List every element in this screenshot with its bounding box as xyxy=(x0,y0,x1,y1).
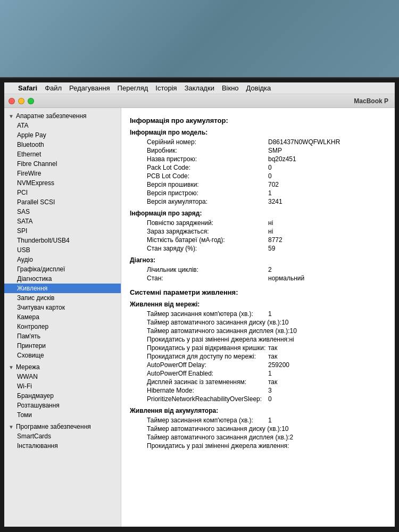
diag-label-cycles: Лічильник циклів: xyxy=(130,266,268,273)
batpwr-row-sleep-disk: Таймер автоматичного засинання диску (хв… xyxy=(130,425,386,433)
title-bar: MacBook P xyxy=(4,94,395,108)
sidebar-item-storage[interactable]: Сховище xyxy=(4,351,121,360)
netpwr-row-autopoweroff-enabled: AutoPowerOff Enabled: 1 xyxy=(130,370,386,377)
screen-inner: Safari Файл Редагування Перегляд Історія… xyxy=(4,82,395,527)
sidebar-item-parallelscsi[interactable]: Parallel SCSI xyxy=(4,197,121,207)
netpwr-label-sleep-disk: Таймер автоматичного засинання диску (хв… xyxy=(130,319,281,326)
sidebar-item-thunderbolt[interactable]: Thunderbolt/USB4 xyxy=(4,236,121,245)
software-section-header[interactable]: ▼ Програмне забезпечення xyxy=(4,422,121,431)
netpwr-row-autopoweroff-delay: AutoPowerOff Delay: 259200 xyxy=(130,361,386,369)
model-section-title: Інформація про модель: xyxy=(130,129,386,136)
sidebar-item-controller[interactable]: Контролер xyxy=(4,322,121,331)
model-value-pcblot: 0 xyxy=(268,172,272,180)
sidebar-item-sata[interactable]: SATA xyxy=(4,217,121,226)
charge-value-capacity: 8772 xyxy=(268,236,282,244)
sidebar-item-sas[interactable]: SAS xyxy=(4,207,121,217)
model-value-mfr: SMP xyxy=(268,147,282,154)
batpwr-label-sleep-pc: Таймер засинання комп'ютера (хв.): xyxy=(130,417,268,424)
model-value-packlot: 0 xyxy=(268,164,272,171)
detail-panel: Інформація про акумулятор: Інформація пр… xyxy=(121,108,395,527)
software-section-label: Програмне забезпечення xyxy=(16,423,91,430)
model-label-name: Назва пристрою: xyxy=(130,155,268,163)
menu-help[interactable]: Довідка xyxy=(246,84,271,92)
sidebar-item-ata[interactable]: ATA xyxy=(4,121,121,130)
model-row-name: Назва пристрою: bq20z451 xyxy=(130,155,386,163)
sidebar-item-location[interactable]: Розташування xyxy=(4,401,121,410)
netpwr-label-priority-net: PrioritizeNetworkReachabilityOverSleep: xyxy=(130,395,268,403)
charge-row-charging: Зараз заряджається: ні xyxy=(130,228,386,235)
sidebar-item-printers[interactable]: Принтери xyxy=(4,341,121,351)
netpwr-row-wake-lid: Прокидатись у разі відкривання кришки: т… xyxy=(130,344,386,352)
sidebar-item-audio[interactable]: Аудіо xyxy=(4,255,121,264)
sidebar-item-diagnostics[interactable]: Діагностика xyxy=(4,274,121,284)
model-row-packlot: Pack Lot Code: 0 xyxy=(130,164,386,171)
netpwr-value-wake-net: так xyxy=(268,353,277,360)
hardware-section-label: Апаратне забезпечення xyxy=(16,112,87,120)
netpwr-label-autopoweroff-enabled: AutoPowerOff Enabled: xyxy=(130,370,268,377)
sidebar-item-pci[interactable]: PCI xyxy=(4,188,121,197)
sidebar-item-camera[interactable]: Камера xyxy=(4,312,121,322)
sidebar-item-bluetooth[interactable]: Bluetooth xyxy=(4,140,121,149)
sidebar-item-memory[interactable]: Пам'ять xyxy=(4,331,121,341)
batpwr-row-wake-power: Прокидатись у разі зміненні джерела живл… xyxy=(130,442,386,450)
sidebar-item-ethernet[interactable]: Ethernet xyxy=(4,149,121,159)
sidebar-item-wwan[interactable]: WWAN xyxy=(4,372,121,381)
menu-view[interactable]: Перегляд xyxy=(118,84,148,92)
netpwr-value-sleep-display: 10 xyxy=(289,327,296,335)
menu-window[interactable]: Вікно xyxy=(222,84,239,92)
charge-section-title: Інформація про заряд: xyxy=(130,210,386,217)
sidebar-item-usb[interactable]: USB xyxy=(4,245,121,255)
sidebar-item-power[interactable]: Живлення xyxy=(4,284,121,293)
model-row-firmware: Версія прошивки: 702 xyxy=(130,181,386,188)
charge-value-level: 59 xyxy=(268,245,275,252)
model-label-mfr: Виробник: xyxy=(130,147,268,154)
model-value-serial: D861437N0WQFWLKHR xyxy=(268,138,340,146)
sidebar-item-install[interactable]: Інсталювання xyxy=(4,441,121,451)
sidebar-item-fibrechannel[interactable]: Fibre Channel xyxy=(4,159,121,169)
menu-history[interactable]: Історія xyxy=(155,84,177,92)
charge-label-full: Повністю заряджений: xyxy=(130,219,268,227)
netpwr-row-hibernate: Hibernate Mode: 3 xyxy=(130,387,386,394)
netpwr-row-priority-net: PrioritizeNetworkReachabilityOverSleep: … xyxy=(130,395,386,403)
sidebar-item-diskburn[interactable]: Запис дисків xyxy=(4,293,121,303)
model-row-devver: Версія пристрою: 1 xyxy=(130,189,386,197)
sidebar-item-smartcards[interactable]: SmartCards xyxy=(4,431,121,441)
hardware-section-header[interactable]: ▼ Апаратне забезпечення xyxy=(4,111,121,121)
sidebar-item-firewall[interactable]: Брандмауер xyxy=(4,391,121,401)
charge-value-full: ні xyxy=(268,219,273,227)
hardware-section: ▼ Апаратне забезпечення ATA Apple Pay Bl… xyxy=(4,110,121,361)
sidebar-item-firewire[interactable]: FireWire xyxy=(4,169,121,178)
diag-label-status: Стан: xyxy=(130,275,268,282)
batpwr-value-sleep-display: 2 xyxy=(289,434,293,441)
model-value-devver: 1 xyxy=(268,189,272,197)
network-section-header[interactable]: ▼ Мережа xyxy=(4,362,121,372)
menu-safari[interactable]: Safari xyxy=(18,84,37,92)
model-row-pcblot: PCB Lot Code: 0 xyxy=(130,172,386,180)
batpwr-value-sleep-pc: 1 xyxy=(268,417,272,424)
sidebar-item-volumes[interactable]: Томи xyxy=(4,410,121,420)
charge-label-capacity: Місткість батареї (мА·год): xyxy=(130,236,268,244)
sidebar-item-nvmexpress[interactable]: NVMExpress xyxy=(4,178,121,188)
batpwr-row-sleep-display: Таймер автоматичного засинання дисплея (… xyxy=(130,434,386,441)
menu-file[interactable]: Файл xyxy=(45,84,62,92)
software-arrow-icon: ▼ xyxy=(9,424,14,430)
menu-edit[interactable]: Редагування xyxy=(69,84,110,92)
netpwr-label-autopoweroff-delay: AutoPowerOff Delay: xyxy=(130,361,268,369)
model-row-serial: Серійний номер: D861437N0WQFWLKHR xyxy=(130,138,386,146)
sidebar-item-spi[interactable]: SPI xyxy=(4,226,121,236)
sidebar-item-applepay[interactable]: Apple Pay xyxy=(4,130,121,140)
netpwr-label-sleep-pc: Таймер засинання комп'ютера (хв.): xyxy=(130,310,268,318)
model-label-batver: Версія акумулятора: xyxy=(130,198,268,205)
system-title: Системні параметри живлення: xyxy=(130,288,386,296)
sidebar-item-graphics[interactable]: Графіка/дисплеї xyxy=(4,264,121,274)
netpwr-row-wake-power: Прокидатись у разі зміненні джерела живл… xyxy=(130,336,386,343)
menu-bookmarks[interactable]: Закладки xyxy=(185,84,214,92)
netpwr-value-display-dim: так xyxy=(268,378,277,386)
sidebar-item-wifi[interactable]: Wi-Fi xyxy=(4,381,121,391)
network-section-label: Мережа xyxy=(16,363,40,371)
diagnosis-section-title: Діагноз: xyxy=(130,256,386,264)
sidebar-item-cardreader[interactable]: Зчитувач карток xyxy=(4,303,121,312)
netpwr-value-priority-net: 0 xyxy=(268,395,272,403)
diag-row-status: Стан: нормальний xyxy=(130,275,386,282)
netpwr-label-wake-power: Прокидатись у разі зміненні джерела живл… xyxy=(130,336,289,343)
